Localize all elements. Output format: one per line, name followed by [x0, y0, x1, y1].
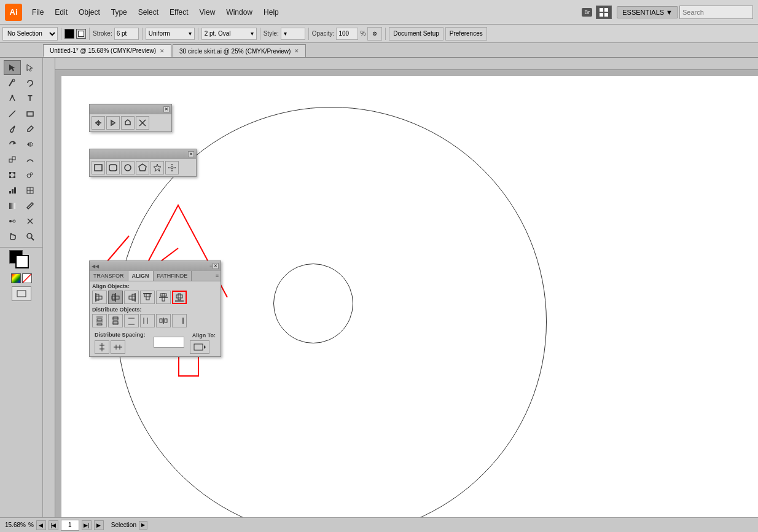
- shape-btn-circle[interactable]: [121, 161, 135, 174]
- align-center-h-btn[interactable]: [108, 291, 123, 304]
- align-to-btn[interactable]: [190, 340, 209, 354]
- shape-panel-header[interactable]: ✕: [90, 149, 196, 159]
- scissors-tool[interactable]: [21, 214, 39, 229]
- dist-top-btn[interactable]: [92, 314, 107, 327]
- menu-view[interactable]: View: [195, 6, 221, 19]
- shape-btn-poly[interactable]: [136, 161, 149, 174]
- tab-untitled[interactable]: Untitled-1* @ 15.68% (CMYK/Preview) ✕: [43, 44, 171, 57]
- type-tool[interactable]: T: [21, 91, 39, 106]
- spacing-input[interactable]: [154, 337, 184, 348]
- align-right-btn[interactable]: [124, 291, 139, 304]
- menu-type[interactable]: Type: [106, 6, 132, 19]
- stroke-swatch[interactable]: [76, 29, 86, 39]
- free-transform-tool[interactable]: [4, 168, 21, 182]
- rect-tool[interactable]: [21, 106, 39, 121]
- next-page-btn[interactable]: ▶: [94, 520, 104, 530]
- anchor-btn-3[interactable]: [121, 116, 135, 130]
- stroke-style-select[interactable]: Uniform ▾: [146, 28, 195, 40]
- prev-page-btn[interactable]: ◀: [36, 520, 46, 530]
- panel-menu-icon[interactable]: ≡: [214, 271, 221, 281]
- document-setup-button[interactable]: Document Setup: [389, 27, 443, 41]
- tab-close-untitled[interactable]: ✕: [160, 48, 165, 54]
- space-v-btn[interactable]: [95, 340, 109, 354]
- warp-tool[interactable]: [21, 152, 39, 167]
- first-page-btn[interactable]: |◀: [49, 520, 58, 530]
- svg-rect-76: [165, 319, 167, 323]
- menu-edit[interactable]: Edit: [50, 6, 72, 19]
- color-mode-btn[interactable]: [11, 273, 21, 283]
- align-panel-close[interactable]: ✕: [213, 263, 219, 269]
- shape-panel-close[interactable]: ✕: [188, 151, 194, 157]
- reflect-tool[interactable]: [21, 137, 39, 152]
- dist-h-center-btn[interactable]: [156, 314, 171, 327]
- align-bottom-btn[interactable]: [172, 291, 187, 304]
- column-graph-tool[interactable]: [4, 183, 21, 198]
- eyedropper-tool[interactable]: [21, 198, 39, 213]
- tab-pathfinder[interactable]: PATHFINDE: [154, 271, 192, 281]
- opacity-input[interactable]: [336, 28, 358, 40]
- menu-effect[interactable]: Effect: [165, 6, 193, 19]
- align-center-v-btn[interactable]: [156, 291, 171, 304]
- rotate-tool[interactable]: [4, 137, 21, 152]
- anchor-panel-close[interactable]: ✕: [163, 106, 170, 112]
- shape-btn-rrect[interactable]: [106, 161, 120, 174]
- paintbrush-tool[interactable]: [4, 122, 21, 136]
- essentials-button[interactable]: ESSENTIALS ▼: [617, 6, 678, 18]
- hand-tool[interactable]: [4, 229, 21, 244]
- status-arrow-btn[interactable]: ▶: [139, 521, 147, 530]
- shape-btn-rect[interactable]: [92, 161, 105, 174]
- space-h-btn[interactable]: [111, 340, 125, 354]
- dist-right-btn[interactable]: [172, 314, 187, 327]
- blend-tool[interactable]: [4, 214, 21, 229]
- preferences-button[interactable]: Preferences: [445, 27, 487, 41]
- shape-btn-star[interactable]: [150, 161, 164, 174]
- selection-tool-icon: [8, 63, 17, 72]
- dist-left-btn[interactable]: [140, 314, 155, 327]
- pen-tool[interactable]: [4, 91, 21, 106]
- stroke-input[interactable]: [114, 28, 139, 40]
- menu-window[interactable]: Window: [221, 6, 257, 19]
- zoom-tool[interactable]: [21, 229, 39, 244]
- fill-swatch[interactable]: [64, 29, 74, 39]
- tab-align[interactable]: ALIGN: [128, 271, 154, 281]
- align-left-btn[interactable]: [92, 291, 107, 304]
- none-mode-btn[interactable]: [22, 273, 32, 283]
- tab-transform[interactable]: TRANSFOR: [90, 271, 128, 281]
- menu-select[interactable]: Select: [133, 6, 163, 19]
- align-panel-header[interactable]: ◀◀ ≡ ✕: [90, 261, 221, 271]
- align-top-btn[interactable]: [140, 291, 155, 304]
- opacity-options[interactable]: ⚙: [367, 27, 382, 41]
- direct-selection-tool[interactable]: [21, 60, 39, 75]
- shape-btn-settings[interactable]: [165, 161, 179, 174]
- dist-bottom-btn[interactable]: [124, 314, 139, 327]
- line-tool[interactable]: [4, 106, 21, 121]
- magic-wand-tool[interactable]: [4, 76, 21, 90]
- scale-tool[interactable]: [4, 152, 21, 167]
- lasso-tool[interactable]: [21, 76, 39, 90]
- symbol-sprayer-icon: [26, 171, 34, 179]
- selection-dropdown[interactable]: No Selection: [2, 27, 58, 41]
- anchor-btn-2[interactable]: [106, 116, 120, 130]
- gradient-tool[interactable]: [4, 198, 21, 213]
- pencil-tool[interactable]: [21, 122, 39, 136]
- menu-file[interactable]: File: [27, 6, 49, 19]
- anchor-btn-4[interactable]: [136, 116, 149, 130]
- screen-mode-btn[interactable]: [12, 286, 31, 301]
- stroke-color-box[interactable]: [15, 255, 29, 268]
- menu-object[interactable]: Object: [74, 6, 105, 19]
- menu-help[interactable]: Help: [259, 6, 284, 19]
- layout-icon[interactable]: [596, 6, 612, 19]
- style-select[interactable]: ▾: [281, 28, 305, 40]
- tab-close-circle-skirt[interactable]: ✕: [294, 48, 299, 54]
- mesh-tool[interactable]: [21, 183, 39, 198]
- page-input[interactable]: [61, 520, 79, 531]
- last-page-btn[interactable]: ▶|: [82, 520, 92, 530]
- anchor-panel-header[interactable]: ✕: [90, 104, 171, 114]
- symbol-sprayer-tool[interactable]: [21, 168, 39, 182]
- tab-circle-skirt[interactable]: 30 circle skirt.ai @ 25% (CMYK/Preview) …: [173, 44, 306, 57]
- dist-v-center-btn[interactable]: [108, 314, 123, 327]
- search-input[interactable]: [679, 6, 753, 19]
- brush-style-select[interactable]: 2 pt. Oval ▾: [201, 28, 257, 40]
- anchor-btn-1[interactable]: [92, 116, 105, 130]
- selection-tool[interactable]: [4, 60, 21, 75]
